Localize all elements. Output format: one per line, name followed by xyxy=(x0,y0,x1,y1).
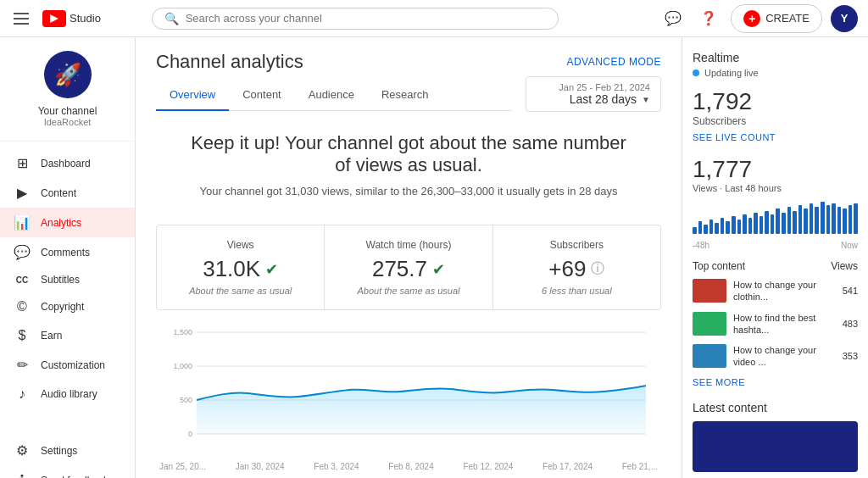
mini-bar xyxy=(698,221,703,234)
sidebar-item-customization[interactable]: ✏ Customization xyxy=(0,350,135,380)
sidebar-bottom: ⚙ Settings ℹ Send feedback xyxy=(0,429,135,478)
mini-bar-chart xyxy=(693,200,858,234)
sidebar-item-label: Content xyxy=(41,187,76,199)
hamburger-menu[interactable] xyxy=(10,9,32,28)
tab-content[interactable]: Content xyxy=(229,80,295,111)
sidebar-item-comments[interactable]: 💬 Comments xyxy=(0,237,135,267)
dropdown-arrow-icon: ▼ xyxy=(642,95,650,104)
feedback-icon: ℹ xyxy=(14,472,31,478)
page-title: Channel analytics xyxy=(156,51,303,73)
analytics-icon: 📊 xyxy=(14,214,31,231)
sidebar-item-copyright[interactable]: © Copyright xyxy=(0,292,135,321)
views-check-icon: ✔ xyxy=(265,260,278,279)
avatar[interactable]: Y xyxy=(831,5,858,32)
metric-watchtime-title: Watch time (hours) xyxy=(338,239,478,251)
sidebar-item-label: Analytics xyxy=(41,217,81,229)
sidebar-item-feedback[interactable]: ℹ Send feedback xyxy=(0,465,135,478)
content-views-2: 353 xyxy=(843,351,858,361)
sidebar-item-settings[interactable]: ⚙ Settings xyxy=(0,436,135,465)
sidebar: 🚀 Your channel IdeaRocket ⊞ Dashboard ▶ … xyxy=(0,37,136,478)
rocket-icon: 🚀 xyxy=(54,62,81,88)
dashboard-icon: ⊞ xyxy=(14,155,31,171)
metric-subs-title: Subscribers xyxy=(507,239,647,251)
content-info-2: How to change your video ... xyxy=(733,344,836,369)
mini-bar xyxy=(776,208,780,234)
right-panel: Realtime Updating live 1,792 Subscribers… xyxy=(682,37,868,478)
sidebar-item-label: Dashboard xyxy=(41,158,91,170)
tab-overview[interactable]: Overview xyxy=(156,80,229,111)
content-views-1: 483 xyxy=(843,319,858,329)
mini-bar xyxy=(787,207,792,234)
sidebar-item-subtitles[interactable]: CC Subtitles xyxy=(0,267,135,292)
studio-label: Studio xyxy=(70,12,101,25)
yt-logo: Studio xyxy=(42,10,101,27)
mini-bar xyxy=(715,223,719,234)
mini-bar xyxy=(782,213,786,234)
hero-title: Keep it up! Your channel got about the s… xyxy=(190,132,627,176)
svg-text:0: 0 xyxy=(188,430,192,438)
search-icon: 🔍 xyxy=(164,12,179,25)
youtube-icon xyxy=(42,10,66,27)
content-views-0: 541 xyxy=(843,286,858,296)
right-see-more-button[interactable]: SEE MORE xyxy=(693,377,858,387)
nav-right: 💬 ❓ + CREATE Y xyxy=(659,4,858,33)
x-label-2: Feb 3, 2024 xyxy=(314,462,359,471)
svg-text:500: 500 xyxy=(180,396,192,404)
content-info-1: How to find the best hashta... xyxy=(733,312,836,336)
channel-profile: 🚀 Your channel IdeaRocket xyxy=(0,37,135,142)
audio-library-icon: ♪ xyxy=(14,386,31,402)
see-live-count-button[interactable]: SEE LIVE COUNT xyxy=(693,132,858,142)
date-range-selector[interactable]: Jan 25 - Feb 21, 2024 Last 28 days ▼ xyxy=(526,76,661,112)
top-content-item-0: How to change your clothin... 541 xyxy=(693,279,858,303)
mini-bar xyxy=(826,205,831,234)
mini-bar xyxy=(804,208,808,234)
realtime-views-label: Views · Last 48 hours xyxy=(693,183,858,193)
subs-info-icon[interactable]: ⓘ xyxy=(591,260,604,278)
help-icon[interactable]: ❓ xyxy=(695,5,722,32)
sidebar-item-analytics[interactable]: 📊 Analytics xyxy=(0,208,135,237)
search-bar[interactable]: 🔍 xyxy=(152,8,559,30)
sidebar-item-dashboard[interactable]: ⊞ Dashboard xyxy=(0,148,135,178)
live-dot-icon xyxy=(693,69,699,76)
metric-watchtime-note: About the same as usual xyxy=(338,286,478,296)
earn-icon: $ xyxy=(14,328,31,343)
mini-bar xyxy=(737,220,742,234)
content-icon: ▶ xyxy=(14,185,31,201)
sidebar-item-content[interactable]: ▶ Content xyxy=(0,178,135,208)
content-name-2: How to change your video ... xyxy=(733,344,836,369)
content-area: Channel analytics ADVANCED MODE Overview… xyxy=(136,37,682,478)
create-button[interactable]: + CREATE xyxy=(731,4,822,33)
sidebar-item-label: Comments xyxy=(41,247,90,258)
mini-bar xyxy=(843,208,847,234)
metric-views-title: Views xyxy=(170,239,310,251)
tab-research[interactable]: Research xyxy=(368,80,442,111)
search-input[interactable] xyxy=(186,12,546,25)
latest-content-thumb xyxy=(693,421,858,472)
chart-area: 1,500 1,000 500 0 Jan 25, 20... Jan 30, … xyxy=(156,324,661,478)
sidebar-item-audio-library[interactable]: ♪ Audio library xyxy=(0,380,135,409)
content-name-0: How to change your clothin... xyxy=(733,279,836,303)
mini-bar xyxy=(810,203,814,234)
create-plus-icon: + xyxy=(743,10,760,27)
realtime-views: 1,777 xyxy=(693,156,858,183)
metrics-row: Views 31.0K ✔ About the same as usual Wa… xyxy=(156,225,661,310)
mini-bar xyxy=(771,214,775,234)
svg-text:1,000: 1,000 xyxy=(173,362,192,370)
chart-48h-label: -48h xyxy=(693,241,709,250)
top-content-label: Top content Views xyxy=(693,260,858,272)
channel-avatar: 🚀 xyxy=(44,51,92,98)
realtime-subscribers-label: Subscribers xyxy=(693,115,858,127)
metric-subscribers: Subscribers +69 ⓘ 6 less than usual xyxy=(493,225,660,309)
tab-audience[interactable]: Audience xyxy=(295,80,368,111)
mini-bar xyxy=(704,225,708,234)
sidebar-item-earn[interactable]: $ Earn xyxy=(0,321,135,350)
messages-icon[interactable]: 💬 xyxy=(659,5,687,32)
advanced-mode-button[interactable]: ADVANCED MODE xyxy=(566,56,661,68)
chart-x-labels: Jan 25, 20... Jan 30, 2024 Feb 3, 2024 F… xyxy=(156,462,661,471)
content-name-1: How to find the best hashta... xyxy=(733,312,836,336)
mini-bar xyxy=(821,202,825,234)
mini-bar xyxy=(849,205,853,234)
mini-chart-labels: -48h Now xyxy=(693,241,858,250)
sidebar-item-label: Copyright xyxy=(41,301,84,313)
analytics-chart: 1,500 1,000 500 0 xyxy=(156,324,661,459)
